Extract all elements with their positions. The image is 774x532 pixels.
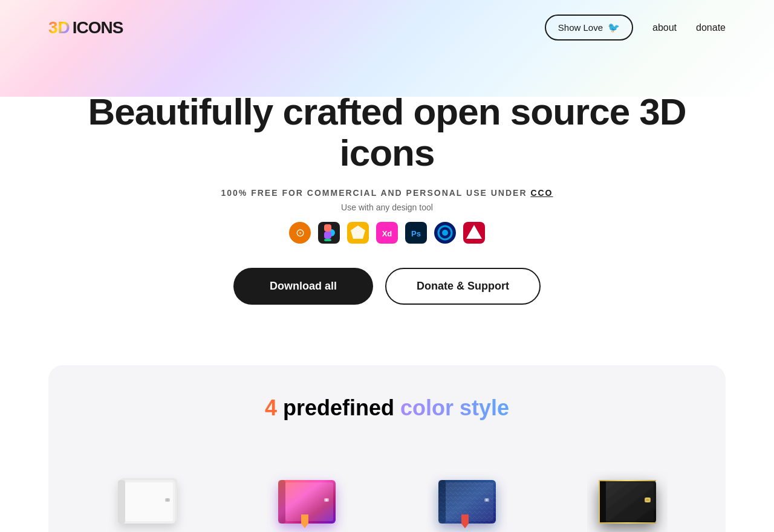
xd-icon: Xd: [376, 222, 398, 244]
hero-section: Beautifully crafted open source 3D icons…: [0, 55, 774, 365]
svg-rect-7: [324, 239, 331, 241]
affinity-icon: [463, 222, 485, 244]
nav-about[interactable]: about: [652, 22, 677, 33]
logo-icons: ICONS: [73, 18, 123, 37]
styles-number: 4: [265, 395, 277, 420]
figma-icon: [318, 222, 340, 244]
style-card-color: COLOR: [393, 451, 541, 532]
style-card-premium: PREMIUM: [553, 451, 701, 532]
cta-buttons: Download all Donate & Support: [48, 268, 726, 305]
svg-rect-26: [278, 480, 285, 524]
subtitle-text: 100% FREE FOR COMMERCIAL AND PERSONAL US…: [221, 188, 527, 198]
styles-title: 4 predefined color style: [73, 395, 701, 421]
use-with-text: Use with any design tool: [48, 203, 726, 212]
cinema4d-icon: [434, 222, 456, 244]
show-love-label: Show Love: [558, 22, 603, 33]
photoshop-icon: Ps: [405, 222, 427, 244]
hero-subtitle: 100% FREE FOR COMMERCIAL AND PERSONAL US…: [48, 188, 726, 198]
styles-predefined: predefined: [283, 395, 400, 420]
logo-3d: 3D: [48, 18, 70, 37]
svg-point-45: [646, 499, 649, 502]
style-card-gradient: GRADIENT: [233, 451, 381, 532]
style-card-clay: CLAY: [73, 451, 221, 532]
styles-section: 4 predefined color style: [48, 365, 726, 532]
twitter-icon: 🐦: [608, 22, 620, 33]
svg-rect-30: [301, 514, 308, 524]
svg-rect-40: [599, 480, 656, 481]
svg-rect-4: [324, 224, 331, 232]
blender-icon: ⊙: [289, 222, 311, 244]
header: 3D ICONS Show Love 🐦 about donate: [0, 0, 774, 55]
gradient-icon-container: [259, 451, 356, 532]
svg-rect-42: [599, 480, 600, 524]
logo[interactable]: 3D ICONS: [48, 18, 123, 37]
styles-grid: CLAY: [73, 451, 701, 532]
tool-icons-row: ⊙ Xd: [48, 222, 726, 244]
donate-support-button[interactable]: Donate & Support: [385, 268, 541, 305]
premium-book-icon: [585, 457, 670, 532]
cco-link: CCO: [530, 188, 553, 198]
color-icon-container: [419, 451, 516, 532]
clay-book-icon: [105, 457, 189, 532]
nav-donate[interactable]: donate: [696, 22, 726, 33]
clay-icon-container: [99, 451, 195, 532]
sketch-icon: [347, 222, 369, 244]
navigation: Show Love 🐦 about donate: [545, 15, 726, 41]
svg-point-29: [325, 499, 328, 501]
svg-rect-41: [599, 522, 656, 524]
svg-rect-21: [118, 480, 125, 524]
premium-icon-container: [579, 451, 676, 532]
svg-rect-37: [461, 514, 469, 524]
svg-point-36: [486, 499, 488, 501]
svg-text:⊙: ⊙: [296, 227, 305, 239]
download-all-button[interactable]: Download all: [233, 268, 373, 305]
svg-rect-5: [324, 232, 331, 239]
gradient-book-icon: [265, 457, 350, 532]
color-book-icon: [425, 457, 510, 532]
svg-rect-22: [125, 482, 173, 521]
svg-point-24: [166, 499, 169, 501]
show-love-button[interactable]: Show Love 🐦: [545, 15, 633, 41]
hero-heading: Beautifully crafted open source 3D icons: [48, 91, 726, 174]
svg-rect-33: [438, 480, 446, 524]
styles-color-word: color style: [400, 395, 509, 420]
svg-text:Xd: Xd: [382, 229, 392, 238]
svg-text:Ps: Ps: [411, 229, 421, 238]
svg-point-16: [442, 230, 448, 236]
